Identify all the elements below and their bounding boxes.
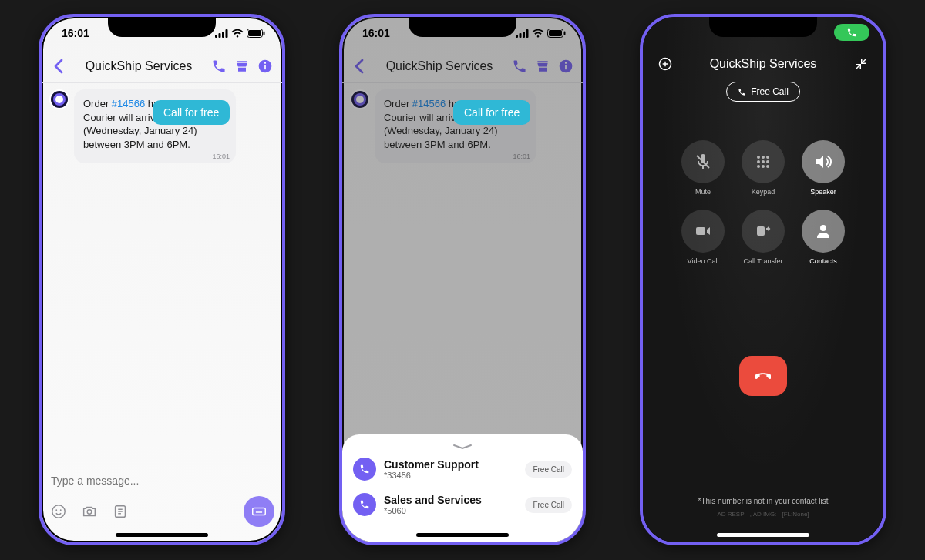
svg-rect-2 xyxy=(222,32,224,38)
phone-frame-call-sheet: 16:01 QuickShip Services Call for free O… xyxy=(339,14,586,545)
ad-meta: AD RESP: -, AD IMG: - [FL:None] xyxy=(643,511,883,518)
contact-warning: *This number is not in your contact list xyxy=(643,497,883,505)
svg-rect-36 xyxy=(696,227,705,235)
svg-rect-17 xyxy=(520,33,522,38)
svg-point-30 xyxy=(757,160,760,163)
svg-rect-21 xyxy=(549,30,562,36)
svg-point-32 xyxy=(766,160,769,163)
chat-navbar: QuickShip Services xyxy=(42,49,282,83)
svg-rect-5 xyxy=(248,30,261,36)
emoji-icon[interactable] xyxy=(49,502,68,521)
msg-prefix: Order xyxy=(83,98,112,109)
svg-point-35 xyxy=(766,165,769,168)
notch xyxy=(409,17,516,37)
chat-title: QuickShip Services xyxy=(72,59,205,73)
department-name: Customer Support xyxy=(384,458,517,471)
free-call-pill[interactable]: Free Call xyxy=(525,497,572,513)
mute-button[interactable]: Mute xyxy=(678,140,728,196)
call-transfer-button[interactable]: Call Transfer xyxy=(738,210,788,265)
input-dock xyxy=(42,464,282,531)
message-timestamp: 16:01 xyxy=(212,152,230,161)
order-link[interactable]: #14566 xyxy=(112,98,145,109)
svg-point-33 xyxy=(757,165,760,168)
svg-rect-19 xyxy=(526,29,529,38)
contacts-button[interactable]: Contacts xyxy=(799,210,848,265)
keyboard-fab[interactable] xyxy=(244,496,274,527)
svg-point-13 xyxy=(87,510,92,515)
call-screen: QuickShip Services Free Call Mute Keypad… xyxy=(643,17,883,542)
cellular-icon xyxy=(516,29,529,38)
svg-point-11 xyxy=(56,509,57,511)
call-for-free-tooltip[interactable]: Call for free xyxy=(153,100,230,125)
home-indicator[interactable] xyxy=(416,533,509,537)
info-icon[interactable] xyxy=(256,57,274,75)
notch xyxy=(709,17,817,37)
camera-icon[interactable] xyxy=(80,502,99,521)
keypad-button[interactable]: Keypad xyxy=(738,140,788,196)
cellular-icon xyxy=(215,29,228,38)
call-type-label: Free Call xyxy=(751,86,789,97)
message-input[interactable] xyxy=(49,468,274,493)
svg-rect-37 xyxy=(757,226,765,236)
notch xyxy=(108,17,216,37)
phone-icon xyxy=(353,493,376,516)
end-call-button[interactable] xyxy=(739,356,787,396)
attachment-icon[interactable] xyxy=(111,502,130,521)
home-indicator[interactable] xyxy=(116,533,208,537)
svg-rect-16 xyxy=(516,35,518,38)
svg-point-38 xyxy=(820,225,826,231)
status-time: 16:01 xyxy=(62,27,89,39)
svg-point-12 xyxy=(60,509,62,511)
store-icon[interactable] xyxy=(233,57,251,75)
svg-rect-6 xyxy=(264,32,265,35)
department-row[interactable]: Sales and Services *5060 Free Call xyxy=(352,487,574,522)
wifi-icon xyxy=(231,29,244,38)
svg-rect-8 xyxy=(264,65,266,69)
video-call-button[interactable]: Video Call xyxy=(678,210,728,265)
phone-frame-chat: 16:01 QuickShip Services Call for fr xyxy=(39,14,285,545)
sender-avatar[interactable] xyxy=(49,89,69,109)
minimize-icon[interactable] xyxy=(853,55,870,72)
call-for-free-tooltip[interactable]: Call for free xyxy=(453,100,530,125)
status-indicators xyxy=(215,29,265,38)
svg-point-29 xyxy=(766,156,769,159)
svg-point-31 xyxy=(762,160,765,163)
add-contact-icon[interactable] xyxy=(657,55,674,72)
call-icon[interactable] xyxy=(210,57,228,75)
svg-point-9 xyxy=(264,62,266,63)
battery-icon xyxy=(547,29,566,38)
back-button[interactable] xyxy=(49,57,68,75)
svg-rect-22 xyxy=(564,32,566,35)
status-time: 16:01 xyxy=(362,27,390,39)
svg-rect-15 xyxy=(253,508,266,515)
department-number: *33456 xyxy=(384,471,517,480)
svg-rect-3 xyxy=(226,29,228,38)
svg-point-10 xyxy=(52,505,66,518)
department-row[interactable]: Customer Support *33456 Free Call xyxy=(352,451,574,487)
svg-rect-0 xyxy=(215,35,217,38)
call-options-sheet: Customer Support *33456 Free Call Sales … xyxy=(342,434,583,542)
speaker-button[interactable]: Speaker xyxy=(799,140,848,196)
call-type-pill: Free Call xyxy=(726,82,800,102)
call-controls-grid: Mute Keypad Speaker Video Call Call Tran… xyxy=(643,140,883,265)
department-number: *5060 xyxy=(384,506,517,515)
svg-point-27 xyxy=(757,156,760,159)
wifi-icon xyxy=(532,29,544,38)
svg-point-34 xyxy=(762,165,765,168)
battery-icon xyxy=(247,29,265,38)
free-call-pill[interactable]: Free Call xyxy=(525,461,572,478)
phone-icon xyxy=(353,458,376,481)
call-title: QuickShip Services xyxy=(710,57,817,71)
svg-rect-18 xyxy=(523,32,525,38)
svg-point-28 xyxy=(762,156,765,159)
home-indicator[interactable] xyxy=(717,533,809,537)
conversation: Order #14566 has shipped. Courier will a… xyxy=(42,83,282,169)
department-name: Sales and Services xyxy=(384,494,517,506)
svg-rect-1 xyxy=(219,33,221,38)
sheet-grabber[interactable] xyxy=(452,444,473,447)
status-indicators xyxy=(516,29,566,38)
phone-frame-active-call: QuickShip Services Free Call Mute Keypad… xyxy=(640,14,886,545)
